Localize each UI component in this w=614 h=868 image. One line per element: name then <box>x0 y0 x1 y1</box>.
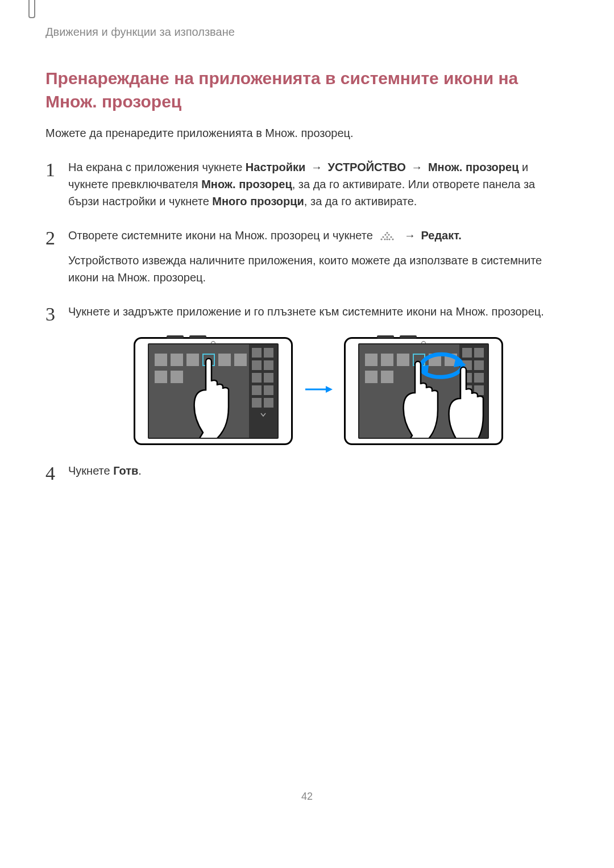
document-page: Движения и функции за използване Пренаре… <box>0 0 614 823</box>
step-2-note: Устройството извежда наличните приложени… <box>68 252 569 286</box>
svg-point-9 <box>388 234 390 235</box>
svg-point-4 <box>392 238 394 240</box>
step-4-text: Чукнете Готв. <box>68 464 142 477</box>
breadcrumb: Движения и функции за използване <box>45 26 569 39</box>
page-number: 42 <box>0 791 614 803</box>
figure-row <box>68 337 569 445</box>
flow-arrow-icon <box>304 383 333 400</box>
steps-list: На екрана с приложения чукнете Настройки… <box>45 159 569 479</box>
more-options-dots-icon <box>379 232 395 241</box>
intro-text: Можете да пренаредите приложенията в Мно… <box>45 124 569 142</box>
tablet-illustration-before <box>134 337 293 445</box>
tablet-illustration-after <box>344 337 503 445</box>
section-title: Пренареждане на приложенията в системнит… <box>45 67 569 113</box>
svg-point-1 <box>384 238 386 240</box>
svg-point-2 <box>387 238 388 240</box>
multi-window-tray <box>459 344 488 438</box>
step-2-line1: Отворете системните икони на Множ. прозо… <box>68 229 462 242</box>
step-3-text: Чукнете и задръжте приложение и го плъзн… <box>68 305 544 318</box>
tray-chevron-down-icon <box>471 413 476 417</box>
tab-marker <box>28 0 35 18</box>
svg-point-0 <box>381 238 383 240</box>
svg-marker-14 <box>417 365 429 375</box>
tray-chevron-down-icon <box>260 413 266 417</box>
step-1: На екрана с приложения чукнете Настройки… <box>45 159 569 210</box>
hand-hold-icon <box>399 359 456 439</box>
svg-point-3 <box>389 238 391 240</box>
svg-point-6 <box>387 236 388 238</box>
selected-app-tile <box>413 354 425 366</box>
svg-point-8 <box>385 234 387 235</box>
step-1-text: На екрана с приложения чукнете Настройки… <box>68 161 535 207</box>
step-2: Отворете системните икони на Множ. прозо… <box>45 227 569 286</box>
svg-point-7 <box>391 236 392 238</box>
step-3: Чукнете и задръжте приложение и го плъзн… <box>45 303 569 445</box>
svg-point-5 <box>383 236 384 238</box>
hand-tap-icon <box>189 356 251 439</box>
svg-marker-12 <box>326 386 333 393</box>
step-4: Чукнете Готв. <box>45 462 569 479</box>
selected-app-tile <box>202 354 215 366</box>
multi-window-tray <box>249 344 277 438</box>
svg-point-10 <box>387 232 388 234</box>
